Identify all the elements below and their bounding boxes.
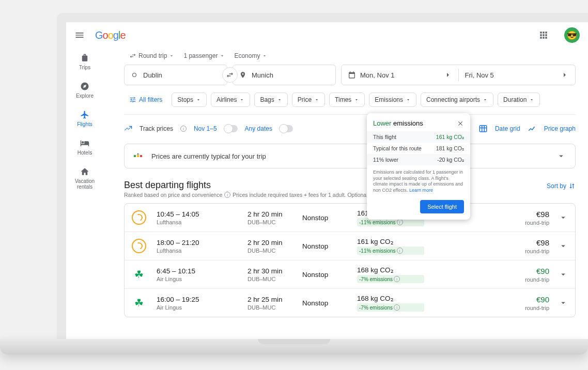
destination-input[interactable]: Munich [233, 65, 336, 85]
sidebar-item-flights[interactable]: Flights [68, 108, 101, 129]
trip-type-dropdown[interactable]: Round trip [129, 52, 174, 59]
track-any-toggle[interactable] [280, 125, 293, 132]
filter-chip-label: Times [335, 96, 351, 103]
filter-chip-price[interactable]: Price [292, 92, 325, 107]
date-picker[interactable]: Mon, Nov 1 Fri, Nov 5 [341, 65, 576, 85]
track-range-link[interactable]: Nov 1–5 [194, 125, 217, 132]
bed-icon [80, 138, 89, 148]
flight-row[interactable]: ☘16:00 – 19:25Air Lingus2 hr 25 minDUB–M… [125, 289, 575, 317]
expand-icon[interactable] [559, 213, 568, 222]
filter-chip-stops[interactable]: Stops [172, 92, 207, 107]
sidebar: Trips Explore Flights Hotels Vacation re… [66, 48, 103, 339]
filter-chip-label: Emissions [375, 96, 403, 103]
luggage-icon [80, 53, 89, 63]
info-icon[interactable]: i [394, 304, 400, 311]
chevron-down-icon [406, 97, 411, 102]
sidebar-item-trips[interactable]: Trips [68, 51, 101, 72]
select-flight-button[interactable]: Select flight [420, 200, 464, 213]
chevron-down-icon [262, 53, 267, 58]
filter-chip-connecting-airports[interactable]: Connecting airports [421, 92, 493, 107]
all-filters-button[interactable]: All filters [124, 92, 167, 107]
lufthansa-logo-icon [132, 210, 146, 225]
google-logo[interactable]: Google [95, 29, 126, 41]
user-avatar[interactable]: 😎 [564, 27, 580, 43]
expand-icon[interactable] [559, 298, 568, 307]
swap-horiz-icon [129, 52, 136, 59]
price-banner[interactable]: Prices are currently typical for your tr… [124, 144, 576, 168]
expand-icon[interactable] [559, 270, 568, 279]
chevron-down-icon[interactable] [556, 151, 566, 161]
filter-chip-times[interactable]: Times [329, 92, 365, 107]
price-graph-link[interactable]: Price graph [544, 125, 576, 132]
banner-text: Prices are currently typical for your tr… [151, 152, 266, 160]
popover-row-value: 181 kg CO₂ [436, 145, 464, 151]
flight-price: €90 [508, 267, 549, 275]
sidebar-label: Explore [76, 93, 94, 99]
track-any-link[interactable]: Any dates [245, 125, 272, 132]
depart-date: Mon, Nov 1 [360, 71, 394, 79]
sort-by-button[interactable]: Sort by [547, 182, 576, 190]
flight-times: 18:00 – 21:20 [157, 239, 244, 246]
swap-button[interactable] [222, 67, 238, 83]
flight-airline: Air Lingus [157, 304, 244, 311]
flight-route: DUB–MUC [247, 219, 299, 225]
flight-stops: Nonstop [302, 299, 354, 307]
return-date: Fri, Nov 5 [465, 71, 494, 79]
filter-chip-label: Duration [503, 96, 527, 103]
flight-co2: 161 kg CO₂ [357, 237, 424, 245]
class-dropdown[interactable]: Economy [234, 52, 267, 59]
flight-row[interactable]: ☘6:45 – 10:15Air Lingus2 hr 30 minDUB–MU… [125, 260, 575, 289]
close-icon[interactable] [457, 120, 464, 127]
price-note: round-trip [508, 220, 549, 226]
aerlingus-logo-icon: ☘ [132, 267, 146, 282]
flight-price: €98 [508, 210, 549, 219]
sidebar-item-hotels[interactable]: Hotels [68, 136, 101, 158]
flight-row[interactable]: 10:45 – 14:05Lufthansa2 hr 20 minDUB–MUC… [125, 204, 575, 232]
chevron-right-icon[interactable] [561, 71, 569, 79]
circle-icon [131, 71, 138, 79]
flight-route: DUB–MUC [247, 304, 299, 311]
filter-chip-duration[interactable]: Duration [498, 92, 540, 107]
learn-more-link[interactable]: Learn more [409, 188, 433, 193]
trip-type-label: Round trip [138, 52, 167, 59]
passengers-dropdown[interactable]: 1 passenger [183, 52, 225, 59]
sidebar-item-vacation-rentals[interactable]: Vacation rentals [68, 165, 101, 192]
flight-duration: 2 hr 20 min [247, 210, 299, 218]
flights-icon [80, 110, 89, 119]
flight-co2: 168 kg CO₂ [357, 294, 424, 302]
tune-icon [129, 96, 136, 103]
sidebar-label: Hotels [78, 150, 92, 156]
app-header: Google 😎 [66, 22, 588, 48]
info-icon[interactable]: i [397, 248, 403, 254]
info-icon[interactable]: i [224, 192, 230, 198]
flight-row[interactable]: 18:00 – 21:20Lufthansa2 hr 20 minDUB–MUC… [125, 232, 575, 260]
filter-chip-airlines[interactable]: Airlines [211, 92, 250, 107]
flight-duration: 2 hr 25 min [247, 296, 299, 303]
apps-grid-icon[interactable] [538, 30, 549, 40]
expand-icon[interactable] [559, 241, 568, 251]
filter-chip-bags[interactable]: Bags [254, 92, 287, 107]
date-grid-link[interactable]: Date grid [495, 125, 520, 132]
track-range-toggle[interactable] [224, 125, 238, 132]
aerlingus-logo-icon: ☘ [132, 296, 146, 310]
popover-row: 11% lower-20 kg CO₂ [367, 154, 470, 165]
section-subtitle-2: Prices include required taxes + fees for… [233, 192, 382, 198]
emissions-badge: -7% emissions i [357, 275, 424, 283]
flight-stops: Nonstop [302, 271, 354, 279]
sidebar-item-explore[interactable]: Explore [68, 80, 101, 101]
filter-chip-emissions[interactable]: Emissions [369, 92, 416, 107]
menu-icon[interactable] [74, 30, 85, 40]
info-icon[interactable]: i [180, 126, 187, 132]
origin-input[interactable]: Dublin [124, 65, 227, 85]
info-icon[interactable]: i [394, 276, 400, 282]
chevron-down-icon [196, 97, 201, 102]
popover-row: Typical for this route181 kg CO₂ [373, 143, 464, 154]
popover-row-key: This flight [373, 134, 396, 140]
flight-duration: 2 hr 30 min [247, 267, 299, 275]
chevron-down-icon [277, 97, 282, 102]
sidebar-label: Flights [77, 121, 92, 127]
chevron-right-icon[interactable] [444, 71, 452, 79]
chevron-down-icon [314, 97, 319, 102]
info-icon[interactable]: i [397, 219, 403, 225]
destination-value: Munich [252, 71, 273, 79]
